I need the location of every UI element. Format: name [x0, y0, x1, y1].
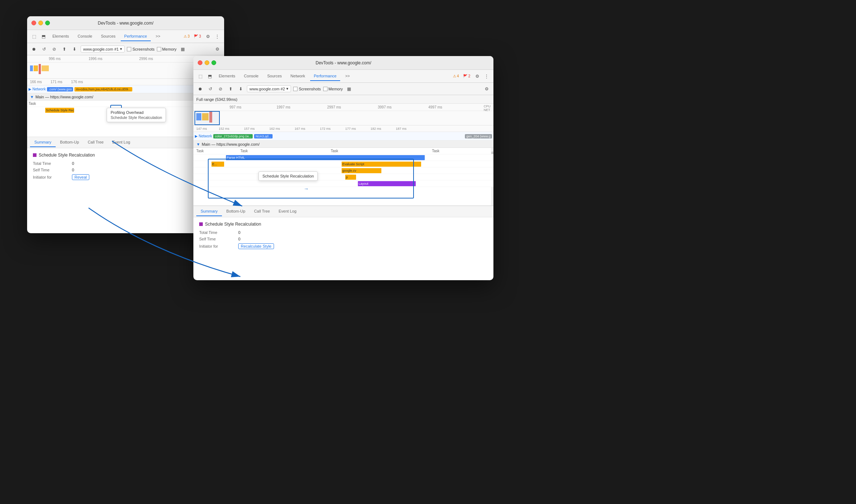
reload-btn-2[interactable]: ↺ — [206, 85, 214, 93]
maximize-button-1[interactable] — [45, 21, 50, 25]
self-time-row-2: Self Time 0 — [199, 237, 488, 241]
upload-btn-2[interactable]: ⬆ — [227, 85, 235, 93]
recalculate-style-link[interactable]: Recalculate Style — [238, 243, 274, 249]
initiator-row-2: Initiator for Recalculate Style — [199, 243, 488, 249]
inspect-icon-2[interactable]: ⬚ — [196, 72, 204, 80]
reload-btn-1[interactable]: ↺ — [40, 45, 48, 53]
time-182: 182 ms — [371, 127, 381, 131]
eval-row: E... Evaluate Script — [193, 161, 493, 167]
more-icon-2[interactable]: ⋮ — [483, 72, 491, 80]
clear-btn-2[interactable]: ⊘ — [217, 85, 224, 93]
settings-icon-2[interactable]: ⚙ — [473, 72, 481, 80]
tab-eventlog-1[interactable]: Event Log — [108, 138, 135, 147]
settings2-icon-1[interactable]: ⚙ — [213, 45, 221, 53]
tab-summary-1[interactable]: Summary — [30, 138, 56, 147]
screenshots-check-box-1[interactable] — [127, 47, 131, 51]
settings2-icon-2[interactable]: ⚙ — [483, 85, 491, 93]
callout-2: Schedule Style Recalculation — [258, 171, 318, 181]
time-162: 162 ms — [269, 127, 280, 131]
ruler-1997: 1997 ms — [277, 105, 290, 109]
time-mark-171: 171 ms — [51, 80, 63, 84]
googlecv-block[interactable]: google.cv — [342, 168, 381, 173]
chevron-down-icon-1: ▾ — [120, 47, 122, 51]
memory-check-box-1[interactable] — [157, 47, 161, 51]
upload-btn-1[interactable]: ⬆ — [60, 45, 68, 53]
parse-html-block[interactable]: Parse HTML — [226, 155, 425, 160]
tab-performance-2[interactable]: Performance — [310, 72, 340, 81]
url-select-1[interactable]: www.google.com #1 ▾ — [81, 46, 125, 52]
main-section-2: ▼ Main — https://www.google.com/ — [193, 141, 493, 148]
network-label-1: ▶ Network — [29, 87, 46, 91]
cpu-net-label: CPU NET — [484, 104, 491, 112]
tab-eventlog-2[interactable]: Event Log — [274, 207, 301, 216]
tab-summary-2[interactable]: Summary — [196, 207, 222, 216]
memory-check-box-2[interactable] — [323, 87, 328, 91]
close-button-2[interactable] — [198, 60, 202, 65]
screenshot-icon-1[interactable]: ▦ — [179, 45, 187, 53]
eval-block-1[interactable]: E... — [211, 162, 224, 167]
p-block[interactable]: p — [345, 175, 356, 180]
eval-script-block[interactable]: Evaluate Script — [342, 162, 421, 167]
tooltip-1: Profiling Overhead Schedule Style Recalc… — [107, 108, 166, 122]
main-triangle-2: ▼ — [196, 142, 200, 146]
tab-console-1[interactable]: Console — [74, 32, 96, 41]
screenshot-icon-2[interactable]: ▦ — [345, 85, 353, 93]
record-btn-2[interactable]: ⏺ — [196, 85, 204, 93]
tab-bottomup-2[interactable]: Bottom-Up — [222, 207, 250, 216]
layout-block[interactable]: Layout — [358, 181, 416, 186]
screenshots-checkbox-1[interactable]: Screenshots — [127, 47, 154, 51]
device-icon[interactable]: ⬒ — [39, 33, 47, 40]
record-btn-1[interactable]: ⏺ — [30, 45, 38, 53]
initiator-row-1: Initiator for Reveal — [33, 174, 218, 180]
url-select-2[interactable]: www.google.com #2 ▾ — [247, 85, 291, 92]
tab-more-2[interactable]: >> — [342, 72, 354, 81]
flame-block-1[interactable]: Schedule Style Recal... — [45, 108, 74, 113]
minimize-button-2[interactable] — [205, 60, 209, 65]
task-label-1: Task — [29, 102, 36, 106]
task-3: Task — [331, 149, 338, 153]
device-icon-2[interactable]: ⬒ — [206, 72, 214, 80]
main-triangle-1: ▼ — [30, 95, 34, 99]
tab-sources-2[interactable]: Sources — [264, 72, 285, 81]
summary-title-1: Schedule Style Recalculation — [33, 153, 218, 158]
screenshots-checkbox-2[interactable]: Screenshots — [293, 87, 321, 91]
ruler-mark-3: 2996 ms — [139, 57, 153, 61]
inspect-icon[interactable]: ⬚ — [30, 33, 38, 40]
task-2: Task — [240, 149, 248, 153]
time-177: 177 ms — [345, 127, 356, 131]
tab-bottomup-1[interactable]: Bottom-Up — [56, 138, 84, 147]
tab-sources-1[interactable]: Sources — [97, 32, 119, 41]
screenshots-check-box-2[interactable] — [293, 87, 298, 91]
tab-elements-1[interactable]: Elements — [49, 32, 73, 41]
close-button-1[interactable] — [31, 21, 36, 25]
time-152: 152 ms — [219, 127, 230, 131]
time-187: 187 ms — [396, 127, 407, 131]
memory-checkbox-2[interactable]: Memory — [323, 87, 343, 91]
tab-calltree-2[interactable]: Call Tree — [250, 207, 274, 216]
color-indicator-2 — [199, 222, 203, 226]
range-selector[interactable] — [194, 111, 220, 125]
network-item-2-1: color_272x92dp.png (w... — [213, 134, 253, 138]
time-157: 157 ms — [244, 127, 255, 131]
download-btn-1[interactable]: ⬇ — [70, 45, 78, 53]
tab-performance-1[interactable]: Performance — [121, 32, 151, 41]
maximize-button-2[interactable] — [211, 60, 216, 65]
tab-more-1[interactable]: >> — [152, 32, 164, 41]
tab-console-2[interactable]: Console — [240, 72, 262, 81]
more-icon-1[interactable]: ⋮ — [213, 33, 221, 40]
ruler-2997: 2997 ms — [327, 105, 341, 109]
network-item-2-2: NUn3,qd... — [254, 134, 273, 138]
download-btn-2[interactable]: ⬇ — [237, 85, 245, 93]
clear-btn-1[interactable]: ⊘ — [50, 45, 58, 53]
tab-calltree-1[interactable]: Call Tree — [84, 138, 108, 147]
minimize-button-1[interactable] — [38, 21, 43, 25]
reveal-link-1[interactable]: Reveal — [72, 174, 89, 180]
flame-chart-2: Task Task Task Task Parse HTML E... Eval… — [193, 148, 493, 206]
tab-elements-2[interactable]: Elements — [215, 72, 239, 81]
parse-html-row: Parse HTML — [193, 154, 493, 161]
memory-checkbox-1[interactable]: Memory — [157, 47, 177, 51]
tab-network-2[interactable]: Network — [287, 72, 309, 81]
summary-panel-2: Schedule Style Recalculation Total Time … — [193, 217, 493, 256]
devtools-window-2: DevTools - www.google.com/ ⬚ ⬒ Elements … — [193, 56, 493, 280]
settings-icon-1[interactable]: ⚙ — [204, 33, 212, 40]
